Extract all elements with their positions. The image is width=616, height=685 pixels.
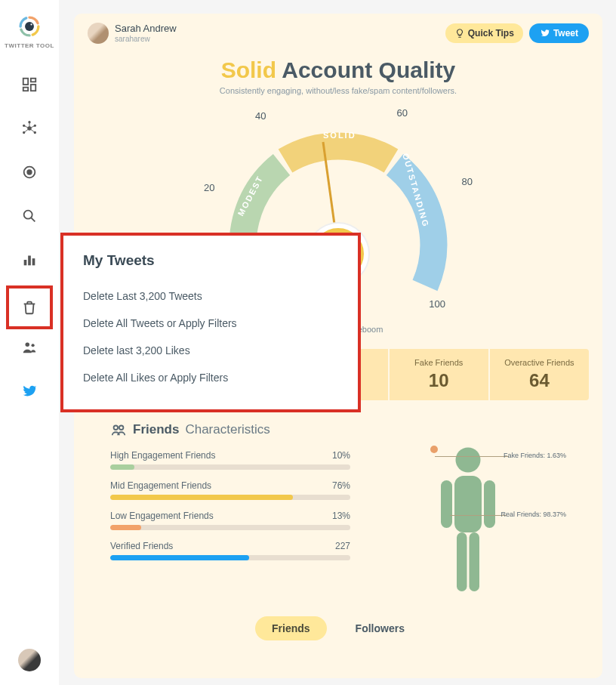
nav-analytics-icon[interactable] xyxy=(15,245,44,274)
svg-rect-30 xyxy=(454,476,482,532)
gauge-tick-80: 80 xyxy=(462,176,473,187)
title-first: Solid xyxy=(221,57,276,82)
svg-point-0 xyxy=(25,22,34,31)
svg-rect-22 xyxy=(28,256,31,266)
metric-row: Verified Friends227 xyxy=(110,541,350,560)
svg-rect-34 xyxy=(470,532,480,591)
figure-head-marker xyxy=(430,446,438,453)
popup-items: Delete Last 3,200 TweetsDelete All Tweet… xyxy=(83,282,338,391)
gauge-tick-100: 100 xyxy=(429,298,445,310)
friends-metrics: High Engagement Friends10%Mid Engagement… xyxy=(110,450,350,560)
my-tweets-popup: My Tweets Delete Last 3,200 TweetsDelete… xyxy=(60,233,361,412)
svg-point-27 xyxy=(114,426,119,430)
anno-fake-friends: Fake Friends: 1.63% xyxy=(504,452,566,459)
friends-heading: Friends Characteristics xyxy=(110,421,350,438)
gauge-tick-20: 20 xyxy=(204,182,214,193)
metric-label: Low Engagement Friends xyxy=(110,511,214,521)
stat-cell: Fake Friends10 xyxy=(388,349,488,400)
nav-twitter-icon[interactable] xyxy=(15,377,44,406)
subtitle: Consistently engaging, without/less fake… xyxy=(88,86,589,95)
svg-rect-32 xyxy=(484,480,495,528)
metric-bar-track xyxy=(110,525,350,530)
person-icon xyxy=(434,444,502,603)
popup-item[interactable]: Delete All Tweets or Apply Filters xyxy=(83,310,338,337)
metric-row: High Engagement Friends10% xyxy=(110,450,350,470)
brand-label: TWITTER TOOL xyxy=(5,42,54,49)
user-name: Sarah Andrew xyxy=(115,23,177,35)
metric-value: 227 xyxy=(335,541,350,551)
metric-bar-fill xyxy=(110,495,293,500)
metric-bar-fill xyxy=(110,555,249,560)
svg-rect-21 xyxy=(24,260,27,265)
friends-section: Friends Characteristics High Engagement … xyxy=(110,421,566,603)
svg-point-28 xyxy=(119,426,124,430)
anno-line-fake xyxy=(435,456,509,457)
svg-rect-23 xyxy=(32,258,35,265)
svg-point-25 xyxy=(31,344,34,347)
quick-tips-button[interactable]: Quick Tips xyxy=(445,23,523,43)
title-block: Solid Account Quality Consistently engag… xyxy=(88,57,589,95)
svg-line-14 xyxy=(24,128,29,133)
svg-rect-2 xyxy=(23,79,28,85)
lightbulb-icon xyxy=(454,28,465,39)
user-block[interactable]: Sarah Andrew saraharew xyxy=(88,23,177,44)
nav-dashboard-icon[interactable] xyxy=(15,70,44,99)
metric-label: High Engagement Friends xyxy=(110,450,215,461)
metric-bar-fill xyxy=(110,464,134,470)
tweet-label: Tweet xyxy=(553,28,578,39)
metric-value: 10% xyxy=(332,450,350,461)
popup-item[interactable]: Delete Last 3,200 Tweets xyxy=(83,282,338,310)
friends-figure: Fake Friends: 1.63% Real Friends: 98.37% xyxy=(370,421,566,603)
metric-value: 13% xyxy=(332,511,350,521)
header-row: Sarah Andrew saraharew Quick Tips Tweet xyxy=(88,23,589,44)
brand-logo-icon xyxy=(17,14,42,39)
anno-real-friends: Real Friends: 98.37% xyxy=(500,511,566,518)
nav-target-icon[interactable] xyxy=(15,158,44,187)
svg-point-19 xyxy=(24,211,32,219)
sidebar: TWITTER TOOL xyxy=(0,0,59,685)
user-handle: saraharew xyxy=(115,35,177,44)
friends-icon xyxy=(110,421,127,438)
sidebar-avatar[interactable] xyxy=(18,649,41,671)
toggle-row: Friends Followers xyxy=(88,616,589,640)
svg-rect-5 xyxy=(23,88,28,91)
toggle-followers[interactable]: Followers xyxy=(339,616,421,640)
nav-network-icon[interactable] xyxy=(15,114,44,143)
svg-point-1 xyxy=(30,23,32,25)
tweet-button[interactable]: Tweet xyxy=(529,23,589,43)
metric-bar-fill xyxy=(110,525,141,530)
svg-point-24 xyxy=(26,343,30,347)
metric-row: Mid Engagement Friends76% xyxy=(110,480,350,500)
popup-title: My Tweets xyxy=(83,252,338,269)
twitter-icon xyxy=(540,28,550,39)
title-rest: Account Quality xyxy=(282,57,455,82)
quick-tips-label: Quick Tips xyxy=(468,28,514,39)
stat-value: 64 xyxy=(494,370,584,391)
anno-line-real xyxy=(450,515,507,516)
stat-label: Fake Friends xyxy=(394,358,484,367)
nav-trash-icon[interactable] xyxy=(6,285,53,329)
toggle-friends[interactable]: Friends xyxy=(255,616,327,640)
svg-rect-3 xyxy=(31,79,35,82)
gauge-tick-40: 40 xyxy=(255,110,266,122)
stat-value: 10 xyxy=(394,370,484,391)
svg-line-15 xyxy=(29,128,35,133)
metric-bar-track xyxy=(110,555,350,560)
nav-people-icon[interactable] xyxy=(15,333,44,362)
metric-label: Mid Engagement Friends xyxy=(110,480,211,491)
stat-label: Overactive Friends xyxy=(494,358,584,367)
svg-rect-4 xyxy=(31,85,35,91)
friends-heading-bold: Friends xyxy=(133,422,179,437)
svg-line-20 xyxy=(31,218,35,221)
nav-search-icon[interactable] xyxy=(15,202,44,230)
popup-item[interactable]: Delete last 3,200 Likes xyxy=(83,337,338,364)
svg-point-18 xyxy=(27,170,32,174)
popup-item[interactable]: Delete All Likes or Apply Filters xyxy=(83,364,338,391)
user-avatar xyxy=(88,23,109,44)
gauge-tick-60: 60 xyxy=(397,107,408,119)
svg-point-29 xyxy=(456,448,481,473)
metric-bar-track xyxy=(110,495,350,500)
gauge-seg-solid: SOLID xyxy=(323,131,356,140)
metric-value: 76% xyxy=(332,480,350,491)
metric-row: Low Engagement Friends13% xyxy=(110,511,350,530)
